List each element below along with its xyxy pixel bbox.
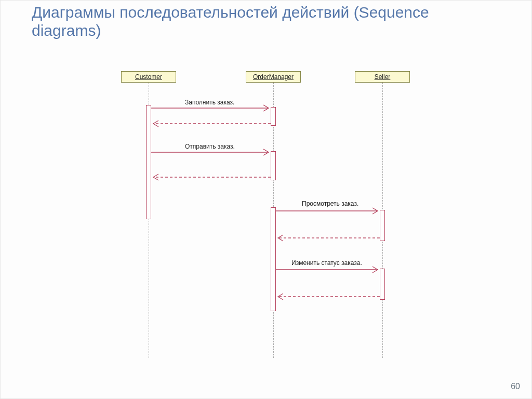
slide-title: Диаграммы последовательностей действий (… (32, 4, 499, 39)
arrows (99, 71, 432, 362)
slide: Диаграммы последовательностей действий (… (0, 0, 532, 399)
page-number: 60 (511, 382, 520, 391)
sequence-diagram: Customer OrderManager Seller Заполнить з… (99, 71, 432, 362)
